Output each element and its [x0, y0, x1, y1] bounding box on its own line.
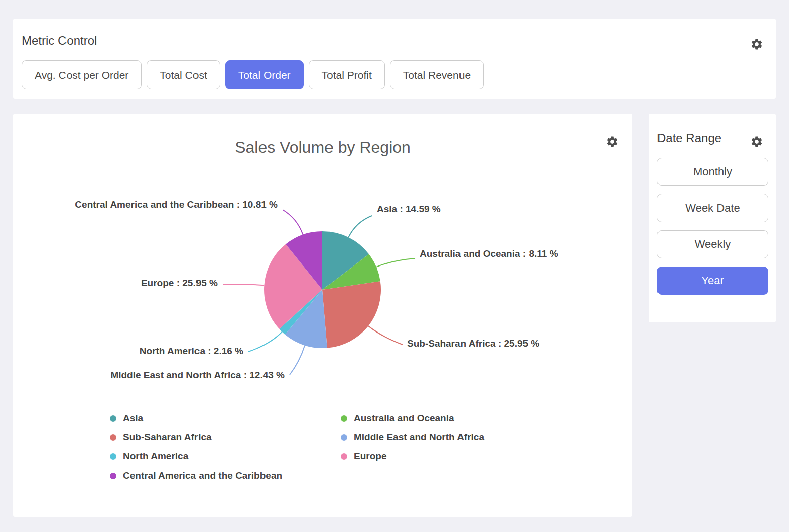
legend-column-1: AsiaSub-Saharan AfricaNorth AmericaCentr… — [110, 412, 341, 482]
content-row: Sales Volume by Region Asia : 14.59 %Aus… — [13, 114, 776, 517]
pie-label-central-america-and-the-caribbean: Central America and the Caribbean : 10.8… — [75, 199, 278, 210]
legend-dot-north-america — [110, 453, 116, 460]
metric-settings-gear-icon[interactable] — [750, 38, 763, 51]
pie-label-line-north-america — [248, 332, 282, 352]
legend-item-australia-and-oceania[interactable]: Australia and Oceania — [341, 412, 571, 424]
legend-item-central-america-and-the-caribbean[interactable]: Central America and the Caribbean — [110, 470, 341, 482]
date-button-monthly[interactable]: Monthly — [657, 158, 768, 186]
legend-label-north-america: North America — [123, 451, 188, 462]
pie-label-asia: Asia : 14.59 % — [377, 204, 441, 214]
dashboard-page: { "theme": { "background": "#f0f0f5", "c… — [0, 0, 789, 532]
pie-label-line-australia-and-oceania — [376, 258, 415, 267]
date-button-year[interactable]: Year — [657, 267, 768, 295]
metric-button-total-cost[interactable]: Total Cost — [147, 60, 220, 89]
legend-item-north-america[interactable]: North America — [110, 450, 341, 462]
legend-column-2: Australia and OceaniaMiddle East and Nor… — [341, 412, 571, 482]
metric-control-title: Metric Control — [22, 34, 97, 48]
legend-label-europe: Europe — [354, 451, 386, 462]
pie-slice-sub-saharan-africa[interactable] — [322, 281, 381, 348]
pie-label-line-sub-saharan-africa — [368, 326, 403, 345]
pie-label-sub-saharan-africa: Sub-Saharan Africa : 25.95 % — [407, 338, 539, 349]
legend-label-australia-and-oceania: Australia and Oceania — [354, 413, 454, 424]
date-button-weekly[interactable]: Weekly — [657, 230, 768, 258]
date-button-group: MonthlyWeek DateWeeklyYear — [657, 158, 768, 295]
legend-dot-europe — [341, 453, 347, 460]
metric-button-avg-cost-per-order[interactable]: Avg. Cost per Order — [22, 60, 142, 89]
metric-button-group: Avg. Cost per OrderTotal CostTotal Order… — [22, 60, 484, 89]
legend-label-sub-saharan-africa: Sub-Saharan Africa — [123, 432, 212, 443]
legend-dot-central-america-and-the-caribbean — [110, 473, 116, 479]
metric-control-panel: Metric Control Avg. Cost per OrderTotal … — [13, 19, 776, 99]
pie-label-line-central-america-and-the-caribbean — [283, 210, 303, 235]
date-range-panel: Date Range MonthlyWeek DateWeeklyYear — [649, 114, 776, 322]
pie-label-middle-east-and-north-africa: Middle East and North Africa : 12.43 % — [110, 370, 285, 380]
legend-dot-sub-saharan-africa — [110, 434, 116, 441]
legend-dot-middle-east-and-north-africa — [341, 434, 347, 441]
pie-label-line-middle-east-and-north-africa — [290, 346, 305, 375]
legend-label-asia: Asia — [123, 413, 143, 424]
pie-label-north-america: North America : 2.16 % — [140, 346, 243, 356]
metric-button-total-revenue[interactable]: Total Revenue — [390, 60, 484, 89]
legend-item-middle-east-and-north-africa[interactable]: Middle East and North Africa — [341, 431, 571, 443]
date-range-title: Date Range — [657, 131, 721, 145]
date-button-week-date[interactable]: Week Date — [657, 194, 768, 222]
date-settings-gear-icon[interactable] — [750, 135, 763, 148]
metric-button-total-order[interactable]: Total Order — [225, 60, 304, 89]
legend-label-middle-east-and-north-africa: Middle East and North Africa — [354, 432, 484, 443]
metric-button-total-profit[interactable]: Total Profit — [309, 60, 385, 89]
chart-legend: AsiaSub-Saharan AfricaNorth AmericaCentr… — [110, 412, 571, 482]
legend-dot-asia — [110, 415, 116, 422]
legend-item-europe[interactable]: Europe — [341, 450, 571, 462]
legend-item-asia[interactable]: Asia — [110, 412, 341, 424]
legend-item-sub-saharan-africa[interactable]: Sub-Saharan Africa — [110, 431, 341, 443]
pie-label-europe: Europe : 25.95 % — [141, 278, 218, 288]
pie-label-line-europe — [223, 284, 264, 285]
page-content: Metric Control Avg. Cost per OrderTotal … — [0, 0, 789, 532]
pie-label-line-asia — [348, 216, 372, 237]
legend-label-central-america-and-the-caribbean: Central America and the Caribbean — [123, 470, 282, 481]
sales-volume-chart-panel: Sales Volume by Region Asia : 14.59 %Aus… — [13, 114, 632, 517]
legend-dot-australia-and-oceania — [341, 415, 347, 422]
pie-label-australia-and-oceania: Australia and Oceania : 8.11 % — [420, 248, 558, 259]
